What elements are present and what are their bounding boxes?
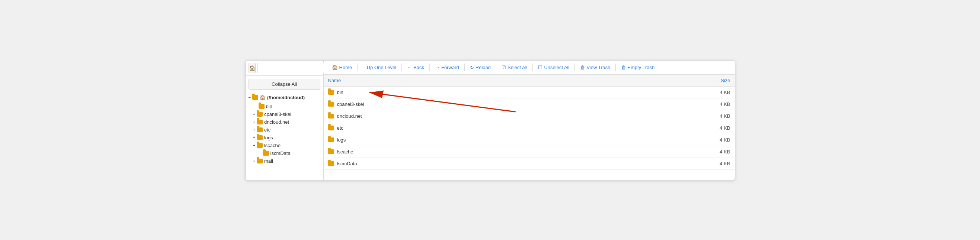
tree-item-mail[interactable]: +mail xyxy=(248,157,320,165)
file-size-cell: 4 KB xyxy=(611,86,735,98)
back-label: Back xyxy=(414,65,424,70)
row-file-name: lscache xyxy=(337,149,353,155)
up-one-level-icon: ↑ xyxy=(363,65,365,70)
tree-item-lscmData[interactable]: lscmData xyxy=(248,149,320,157)
expand-icon: + xyxy=(253,120,255,124)
tree-root[interactable]: − 🏠 (/home/dncloud) xyxy=(248,94,320,101)
tree-item-label: dncloud.net xyxy=(264,119,289,125)
file-name-cell: etc xyxy=(324,122,611,134)
file-name-cell: logs xyxy=(324,134,611,146)
row-file-name: bin xyxy=(337,90,344,95)
home-icon: 🏠 xyxy=(260,95,266,100)
row-file-name: etc xyxy=(337,125,344,131)
folder-icon xyxy=(257,128,262,132)
col-size-header: Size xyxy=(611,75,735,87)
tree-item-label: etc xyxy=(264,127,270,133)
folder-icon xyxy=(263,151,269,156)
view-trash-label: View Trash xyxy=(586,65,610,70)
tree-view: − 🏠 (/home/dncloud) bin+cpanel3-skel+dnc… xyxy=(245,93,323,180)
file-size-cell: 4 KB xyxy=(611,122,735,134)
file-table: Name Size bin4 KBcpanel3-skel4 KBdncloud… xyxy=(324,75,735,180)
toolbar-btn-back[interactable]: ←Back xyxy=(403,63,428,72)
table-row[interactable]: cpanel3-skel4 KB xyxy=(324,98,735,110)
tree-item-cpanel3-skel[interactable]: +cpanel3-skel xyxy=(248,111,320,118)
tree-item-label: lscache xyxy=(264,143,280,148)
forward-icon: → xyxy=(435,65,440,70)
table-row[interactable]: bin4 KB xyxy=(324,86,735,98)
row-folder-icon xyxy=(328,90,334,95)
reload-icon: ↻ xyxy=(470,65,474,70)
file-size-cell: 4 KB xyxy=(611,146,735,158)
tree-item-label: cpanel3-skel xyxy=(264,111,291,117)
file-name-cell: lscache xyxy=(324,146,611,158)
col-name-header[interactable]: Name xyxy=(324,75,611,87)
left-panel: 🏠 Go Collapse All − 🏠 (/home/dncloud) bi… xyxy=(245,60,324,180)
toolbar-btn-unselect-all[interactable]: ☐Unselect All xyxy=(534,63,573,72)
toolbar-divider xyxy=(357,63,358,71)
file-manager: 🏠 Go Collapse All − 🏠 (/home/dncloud) bi… xyxy=(245,60,735,180)
tree-item-label: lscmData xyxy=(270,150,291,156)
home-icon: 🏠 xyxy=(332,65,338,70)
row-folder-icon xyxy=(328,126,334,130)
file-size-cell: 4 KB xyxy=(611,98,735,110)
address-bar: 🏠 Go xyxy=(245,60,323,76)
table-row[interactable]: etc4 KB xyxy=(324,122,735,134)
toolbar-divider xyxy=(616,63,616,71)
toolbar-divider xyxy=(430,63,430,71)
toolbar-btn-up-one-level[interactable]: ↑Up One Level xyxy=(359,63,400,72)
row-folder-icon xyxy=(328,149,334,154)
table-row[interactable]: logs4 KB xyxy=(324,134,735,146)
tree-item-label: bin xyxy=(266,104,272,109)
toolbar-divider xyxy=(496,63,496,71)
row-file-name: lscmData xyxy=(337,161,357,166)
folder-icon xyxy=(257,159,262,163)
home-label: Home xyxy=(339,65,352,70)
file-name-cell: lscmData xyxy=(324,158,611,169)
unselect-all-icon: ☐ xyxy=(538,65,542,70)
row-folder-icon xyxy=(328,137,334,142)
tree-item-lscache[interactable]: +lscache xyxy=(248,142,320,149)
right-panel: 🏠Home↑Up One Level←Back→Forward↻Reload☑S… xyxy=(324,60,735,180)
toolbar-btn-view-trash[interactable]: 🗑View Trash xyxy=(576,63,614,72)
table-row[interactable]: dncloud.net4 KB xyxy=(324,110,735,122)
toolbar-divider xyxy=(574,63,575,71)
home-button[interactable]: 🏠 xyxy=(248,63,256,73)
toolbar-btn-reload[interactable]: ↻Reload xyxy=(466,63,495,72)
tree-item-logs[interactable]: +logs xyxy=(248,134,320,142)
row-folder-icon xyxy=(328,161,334,166)
file-name-cell: cpanel3-skel xyxy=(324,98,611,110)
table-header: Name Size xyxy=(324,75,735,87)
tree-item-label: logs xyxy=(264,135,273,141)
folder-icon xyxy=(257,143,262,148)
toolbar-divider xyxy=(401,63,402,71)
row-folder-icon xyxy=(328,114,334,118)
toolbar-btn-empty-trash[interactable]: 🗑Empty Trash xyxy=(617,63,658,72)
tree-item-dncloud.net[interactable]: +dncloud.net xyxy=(248,118,320,126)
folder-icon xyxy=(259,104,264,109)
toolbar-btn-select-all[interactable]: ☑Select All xyxy=(498,63,531,72)
file-size-cell: 4 KB xyxy=(611,134,735,146)
root-folder-icon xyxy=(252,95,258,100)
toolbar-divider xyxy=(532,63,533,71)
select-all-icon: ☑ xyxy=(501,65,506,70)
file-size-cell: 4 KB xyxy=(611,158,735,169)
unselect-all-label: Unselect All xyxy=(544,65,569,70)
table-row[interactable]: lscache4 KB xyxy=(324,146,735,158)
toolbar-btn-forward[interactable]: →Forward xyxy=(431,63,463,72)
toolbar-btn-home[interactable]: 🏠Home xyxy=(328,63,356,72)
tree-item-bin[interactable]: bin xyxy=(248,103,320,111)
empty-trash-icon: 🗑 xyxy=(621,65,626,70)
tree-items: bin+cpanel3-skel+dncloud.net+etc+logs+ls… xyxy=(248,103,320,165)
expand-icon: + xyxy=(253,128,255,132)
folder-icon xyxy=(257,135,262,140)
expand-icon: + xyxy=(253,135,255,140)
up-one-level-label: Up One Level xyxy=(367,65,397,70)
back-icon: ← xyxy=(407,65,412,70)
collapse-all-button[interactable]: Collapse All xyxy=(248,79,320,90)
address-input[interactable] xyxy=(257,63,325,73)
root-label: (/home/dncloud) xyxy=(267,95,305,100)
table-row[interactable]: lscmData4 KB xyxy=(324,158,735,169)
file-name-cell: bin xyxy=(324,86,611,98)
folder-icon xyxy=(257,112,262,117)
tree-item-etc[interactable]: +etc xyxy=(248,126,320,134)
